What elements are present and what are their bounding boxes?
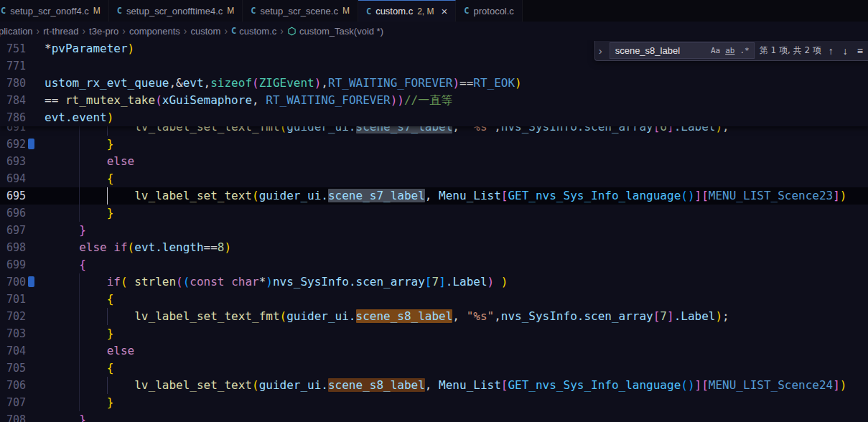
code-line-695[interactable]: 695 lv_label_set_text(guider_ui.scene_s7… [0, 187, 868, 205]
code-line-692[interactable]: 692 } [0, 136, 868, 153]
chevron-right-icon: › [224, 25, 228, 37]
code-line-content[interactable]: ustom_rx_evt_queue,&evt,sizeof(ZIGEvent)… [42, 75, 868, 92]
code-line-content[interactable]: { [42, 291, 868, 308]
tab-label: setup_scr_scene.c [261, 6, 338, 17]
tab-protocol.c[interactable]: Cprotocol.c [456, 0, 523, 22]
tab-setup_scr_scene.c[interactable]: Csetup_scr_scene.cM [243, 0, 358, 22]
regex-button[interactable]: .* [737, 44, 751, 57]
line-number[interactable]: 698 [0, 239, 26, 256]
line-number[interactable]: 691 [0, 126, 26, 136]
find-previous-button[interactable]: ↑ [826, 44, 836, 57]
code-line-content[interactable]: { [42, 360, 868, 377]
match-case-button[interactable]: Aa [709, 44, 722, 57]
tab-label: protocol.c [474, 6, 514, 17]
code-area[interactable]: 691 lv_label_set_text_fmt(guider_ui.scen… [0, 126, 868, 422]
find-expand-chevron-icon[interactable]: › [597, 44, 605, 57]
line-number[interactable]: 708 [0, 411, 26, 422]
find-query-text: scene_s8_label [615, 45, 708, 56]
code-line-780[interactable]: 780ustom_rx_evt_queue,&evt,sizeof(ZIGEve… [0, 75, 868, 92]
whole-word-button[interactable]: ab [723, 44, 737, 57]
code-line-content[interactable]: } [42, 205, 868, 222]
code-line-786[interactable]: 786evt.event) [0, 109, 868, 126]
line-number[interactable]: 695 [0, 187, 26, 205]
line-number[interactable]: 771 [0, 57, 26, 75]
breadcrumb-item-rt-thread[interactable]: rt-thread [43, 26, 78, 37]
code-line-content[interactable]: if( strlen((const char*)nvs_SysInfo.scen… [42, 273, 868, 291]
line-number[interactable]: 786 [0, 109, 26, 126]
indent-guide [79, 126, 80, 136]
code-line-697[interactable]: 697 } [0, 222, 868, 239]
code-line-content[interactable]: else [42, 342, 868, 360]
code-line-content[interactable]: } [42, 136, 868, 153]
breadcrumb-file[interactable]: Ccustom.c [231, 26, 276, 37]
line-number[interactable]: 703 [0, 325, 26, 342]
indent-guide [79, 205, 80, 222]
indent-guide [107, 308, 108, 325]
code-line-703[interactable]: 703 } [0, 325, 868, 342]
breadcrumb-symbol[interactable]: custom_Task(void *) [287, 26, 383, 37]
code-line-content[interactable]: lv_label_set_text_fmt(guider_ui.scene_s7… [42, 126, 868, 136]
line-number[interactable]: 693 [0, 153, 26, 170]
line-number[interactable]: 705 [0, 360, 26, 377]
find-input[interactable]: scene_s8_label Aa ab .* [610, 42, 755, 59]
code-line-content[interactable]: } [42, 222, 868, 239]
code-line-content[interactable]: } [42, 394, 868, 411]
code-line-700[interactable]: 700 if( strlen((const char*)nvs_SysInfo.… [0, 273, 868, 291]
line-number[interactable]: 751 [0, 40, 26, 57]
code-line-content[interactable]: } [42, 325, 868, 342]
code-line-content[interactable]: evt.event) [42, 109, 868, 126]
tab-close-icon[interactable]: × [442, 5, 448, 17]
tab-modified-badge: M [342, 6, 350, 16]
breadcrumb-item-custom[interactable]: custom [190, 26, 220, 37]
code-line-content[interactable]: == rt_mutex_take(xGuiSemaphore, RT_WAITI… [42, 92, 868, 109]
line-number[interactable]: 699 [0, 256, 26, 273]
line-number[interactable]: 706 [0, 377, 26, 394]
breadcrumb-item-application[interactable]: Application [0, 26, 33, 37]
code-line-784[interactable]: 784== rt_mutex_take(xGuiSemaphore, RT_WA… [0, 92, 868, 109]
code-line-content[interactable]: } [42, 411, 868, 422]
code-line-701[interactable]: 701 { [0, 291, 868, 308]
code-editor[interactable]: 751*pvParameter)771780ustom_rx_evt_queue… [0, 40, 868, 422]
line-number[interactable]: 702 [0, 308, 26, 325]
line-number[interactable]: 704 [0, 342, 26, 360]
line-number[interactable]: 694 [0, 170, 26, 187]
line-number[interactable]: 692 [0, 136, 26, 153]
code-line-content[interactable]: lv_label_set_text(guider_ui.scene_s7_lab… [42, 187, 868, 205]
line-number[interactable]: 696 [0, 205, 26, 222]
find-next-button[interactable]: ↓ [841, 44, 850, 57]
indent-guide [79, 153, 80, 170]
code-line-694[interactable]: 694 { [0, 170, 868, 187]
code-line-705[interactable]: 705 { [0, 360, 868, 377]
code-line-702[interactable]: 702 lv_label_set_text_fmt(guider_ui.scen… [0, 308, 868, 325]
line-number[interactable]: 784 [0, 92, 26, 109]
code-line-content[interactable]: { [42, 256, 868, 273]
line-number[interactable]: 780 [0, 75, 26, 92]
code-line-706[interactable]: 706 lv_label_set_text(guider_ui.scene_s8… [0, 377, 868, 394]
line-number[interactable]: 700 [0, 273, 26, 291]
code-line-693[interactable]: 693 else [0, 153, 868, 170]
code-line-698[interactable]: 698 else if(evt.length==8) [0, 239, 868, 256]
indent-guide [107, 126, 108, 136]
code-line-704[interactable]: 704 else [0, 342, 868, 360]
code-line-content[interactable]: else [42, 153, 868, 170]
code-line-content[interactable]: { [42, 170, 868, 187]
breadcrumb-item-components[interactable]: components [129, 26, 180, 37]
line-number[interactable]: 701 [0, 291, 26, 308]
code-line-707[interactable]: 707 } [0, 394, 868, 411]
code-line-content[interactable]: lv_label_set_text(guider_ui.scene_s8_lab… [42, 377, 868, 394]
line-number[interactable]: 697 [0, 222, 26, 239]
tab-setup_scr_onoff4.c[interactable]: Csetup_scr_onoff4.cM [0, 0, 109, 22]
line-number[interactable]: 707 [0, 394, 26, 411]
code-line-691[interactable]: 691 lv_label_set_text_fmt(guider_ui.scen… [0, 126, 868, 136]
code-line-696[interactable]: 696 } [0, 205, 868, 222]
find-in-selection-button[interactable]: ≡ [855, 44, 865, 57]
indent-guide [107, 377, 108, 394]
code-line-content[interactable]: else if(evt.length==8) [42, 239, 868, 256]
breadcrumb-item-t3e-pro[interactable]: t3e-pro [89, 26, 118, 37]
tab-custom.c[interactable]: Ccustom.c2, M× [358, 0, 456, 22]
c-file-icon: C [231, 26, 236, 36]
code-line-content[interactable]: lv_label_set_text_fmt(guider_ui.scene_s8… [42, 308, 868, 325]
code-line-699[interactable]: 699 { [0, 256, 868, 273]
tab-setup_scr_onofftime4.c[interactable]: Csetup_scr_onofftime4.cM [109, 0, 243, 22]
code-line-708[interactable]: 708 } [0, 411, 868, 422]
